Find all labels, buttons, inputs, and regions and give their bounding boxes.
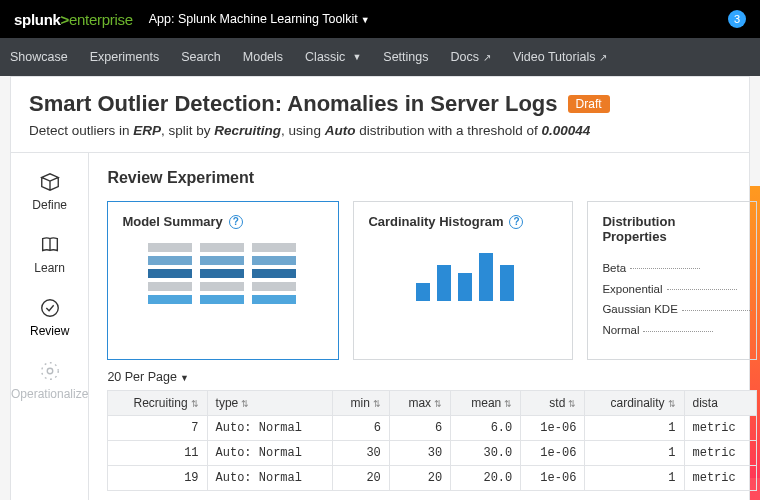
col-max[interactable]: max⇅	[389, 390, 450, 415]
app-nav: Showcase Experiments Search Models Class…	[0, 38, 760, 76]
cell: 1	[585, 465, 684, 490]
step-label: Define	[32, 198, 67, 212]
chevron-down-icon: ▼	[361, 15, 370, 25]
desc-text: , split by	[161, 123, 214, 138]
chevron-down-icon: ▼	[180, 373, 189, 383]
help-icon[interactable]: ?	[509, 215, 523, 229]
cell: 1	[585, 415, 684, 440]
step-define[interactable]: Define	[32, 171, 67, 212]
help-icon[interactable]: ?	[229, 215, 243, 229]
nav-models[interactable]: Models	[243, 50, 283, 64]
cell: 20.0	[451, 465, 521, 490]
cell: 1e-06	[521, 440, 585, 465]
svg-point-2	[41, 363, 58, 380]
distribution-properties-card[interactable]: Distribution Properties Beta Exponential…	[587, 201, 757, 360]
masthead: splunk>enterprise App: Splunk Machine Le…	[0, 0, 760, 38]
external-link-icon: ↗	[483, 52, 491, 63]
histogram-chart	[416, 243, 558, 301]
desc-field-recruiting: Recruiting	[214, 123, 281, 138]
desc-text: distribution with a threshold of	[355, 123, 541, 138]
page-description: Detect outliers in ERP, split by Recruit…	[11, 123, 749, 153]
nav-video-tutorials[interactable]: Video Tutorials ↗	[513, 50, 607, 64]
pager-dropdown[interactable]: 20 Per Page▼	[107, 360, 757, 390]
nav-classic-label: Classic	[305, 50, 345, 64]
brand-post: enterprise	[69, 11, 133, 28]
app-selector[interactable]: App: Splunk Machine Learning Toolkit▼	[149, 12, 370, 26]
pager-label: 20 Per Page	[107, 370, 177, 384]
cell: 30	[389, 440, 450, 465]
col-mean[interactable]: mean⇅	[451, 390, 521, 415]
nav-docs[interactable]: Docs ↗	[450, 50, 490, 64]
table-row[interactable]: 11 Auto: Normal 30 30 30.0 1e-06 1 metri…	[108, 440, 757, 465]
status-badge: Draft	[568, 95, 610, 113]
nav-experiments[interactable]: Experiments	[90, 50, 159, 64]
step-label: Operationalize	[11, 387, 88, 401]
cell: 11	[108, 440, 207, 465]
card-title: Distribution Properties	[602, 214, 742, 244]
step-review[interactable]: Review	[30, 297, 69, 338]
cell: metric	[684, 415, 757, 440]
cell: Auto: Normal	[207, 415, 332, 440]
cell: 7	[108, 415, 207, 440]
page-title: Smart Outlier Detection: Anomalies in Se…	[29, 91, 558, 117]
desc-field-erp: ERP	[133, 123, 161, 138]
step-learn[interactable]: Learn	[34, 234, 65, 275]
brand-gt: >	[61, 11, 69, 28]
cube-icon	[39, 171, 61, 193]
cell: 19	[108, 465, 207, 490]
cell: 6	[389, 415, 450, 440]
nav-classic[interactable]: Classic▼	[305, 50, 361, 64]
distribution-props-list: Beta Exponential Gaussian KDE Normal	[602, 258, 742, 341]
desc-text: Detect outliers in	[29, 123, 133, 138]
col-distance[interactable]: dista	[684, 390, 757, 415]
cell: 6.0	[451, 415, 521, 440]
col-min[interactable]: min⇅	[332, 390, 389, 415]
external-link-icon: ↗	[599, 52, 607, 63]
model-summary-card[interactable]: Model Summary ?	[107, 201, 339, 360]
nav-showcase[interactable]: Showcase	[10, 50, 68, 64]
brand: splunk>enterprise	[14, 11, 133, 28]
card-title: Cardinality Histogram	[368, 214, 503, 229]
nav-search[interactable]: Search	[181, 50, 221, 64]
prop-label: Normal	[602, 324, 639, 336]
cell: 6	[332, 415, 389, 440]
cell: 30	[332, 440, 389, 465]
cell: 20	[389, 465, 450, 490]
sort-icon: ⇅	[373, 399, 381, 409]
cell: Auto: Normal	[207, 440, 332, 465]
nav-docs-label: Docs	[450, 50, 478, 64]
cell: 1	[585, 440, 684, 465]
prop-label: Beta	[602, 262, 626, 274]
results-table: Recruiting⇅ type⇅ min⇅ max⇅ mean⇅ std⇅ c…	[107, 390, 757, 491]
prop-label: Gaussian KDE	[602, 303, 677, 315]
step-nav: Define Learn Review Operationalize	[11, 153, 89, 500]
notification-badge[interactable]: 3	[728, 10, 746, 28]
sort-icon: ⇅	[668, 399, 676, 409]
step-operationalize[interactable]: Operationalize	[11, 360, 88, 401]
col-recruiting[interactable]: Recruiting⇅	[108, 390, 207, 415]
cell: metric	[684, 465, 757, 490]
cardinality-histogram-card[interactable]: Cardinality Histogram ?	[353, 201, 573, 360]
review-content: Review Experiment Model Summary ? Cardin…	[89, 153, 760, 500]
card-title: Model Summary	[122, 214, 222, 229]
col-std[interactable]: std⇅	[521, 390, 585, 415]
cell: metric	[684, 440, 757, 465]
nav-video-label: Video Tutorials	[513, 50, 595, 64]
table-row[interactable]: 7 Auto: Normal 6 6 6.0 1e-06 1 metric	[108, 415, 757, 440]
book-icon	[39, 234, 61, 256]
review-heading: Review Experiment	[107, 169, 757, 187]
desc-text: , using	[281, 123, 325, 138]
cell: Auto: Normal	[207, 465, 332, 490]
table-row[interactable]: 19 Auto: Normal 20 20 20.0 1e-06 1 metri…	[108, 465, 757, 490]
desc-field-auto: Auto	[325, 123, 356, 138]
sort-icon: ⇅	[434, 399, 442, 409]
page-panel: Smart Outlier Detection: Anomalies in Se…	[10, 76, 750, 500]
nav-settings[interactable]: Settings	[383, 50, 428, 64]
summary-grid-icon	[148, 243, 324, 304]
sort-icon: ⇅	[191, 399, 199, 409]
step-label: Learn	[34, 261, 65, 275]
cell: 1e-06	[521, 415, 585, 440]
col-cardinality[interactable]: cardinality⇅	[585, 390, 684, 415]
sort-icon: ⇅	[568, 399, 576, 409]
col-type[interactable]: type⇅	[207, 390, 332, 415]
